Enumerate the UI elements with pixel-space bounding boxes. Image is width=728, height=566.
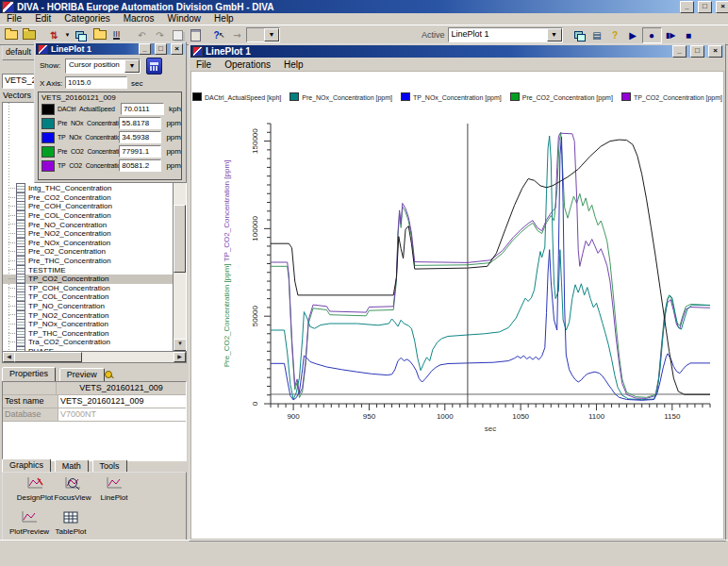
stop-icon[interactable]: ■ [680, 27, 698, 43]
tree-item[interactable]: Pre_COL_Concentration [3, 211, 186, 221]
xaxis-input[interactable] [65, 76, 127, 89]
main-titlebar[interactable]: DIVA - HORIBA Europe Automation Division… [0, 0, 728, 13]
plot-close-button[interactable]: × [708, 45, 722, 58]
cw-minimize-button[interactable]: _ [139, 43, 151, 55]
cursor-row-value[interactable]: 77991.1 [119, 145, 161, 158]
cw-maximize-button[interactable]: □ [155, 43, 167, 55]
plot-maximize-button[interactable]: □ [690, 45, 704, 58]
tool-focusview[interactable]: FocusView [52, 476, 93, 502]
vscroll-thumb[interactable] [174, 205, 186, 273]
close-button[interactable]: × [716, 1, 728, 13]
prop-value[interactable]: VETS_20160121_009 [58, 395, 186, 408]
windows-icon[interactable] [72, 27, 90, 43]
step-icon[interactable]: ▮▶ [662, 27, 680, 43]
tree-item[interactable]: Pre_NO2_Concentration [3, 229, 186, 239]
cursor-row-value[interactable]: 70.0111 [121, 103, 164, 115]
menu-item-edit[interactable]: Edit [28, 12, 58, 25]
tree-item[interactable]: TP_NO_Concentration [3, 302, 186, 311]
menu-item-help[interactable]: Help [207, 12, 240, 25]
tab-preview[interactable]: Preview [59, 368, 105, 382]
tool-plotpreview[interactable]: PlotPreview [8, 510, 50, 536]
tree-item[interactable]: Pre_COH_Concentration [3, 202, 186, 211]
help-pointer-icon[interactable]: ?↖ [210, 27, 228, 43]
tree-item[interactable]: Pre_O2_Concentration [3, 247, 186, 257]
prop-label: Database [3, 408, 58, 421]
play-icon[interactable]: ▶ [624, 27, 642, 43]
copy-icon[interactable] [169, 27, 187, 43]
undo-icon[interactable]: ↶ [133, 27, 151, 43]
key-icon[interactable]: ? [606, 27, 624, 43]
tree-item-label: Pre_O2_Concentration [28, 247, 106, 256]
cursor-row-value[interactable]: 80581.2 [119, 159, 161, 172]
folder-up-icon[interactable]: ↑ [90, 27, 108, 43]
tree-item[interactable]: TESTTIME [3, 265, 186, 275]
tile-windows-icon[interactable]: ▤ [588, 27, 606, 43]
cursor-row-value[interactable]: 55.8178 [119, 117, 161, 129]
tree-item[interactable]: Pre_THC_Concentration [3, 257, 186, 266]
menu-item-macros[interactable]: Macros [117, 12, 161, 25]
chart-svg[interactable]: 9009501000105011001150sec050000100000150… [191, 72, 721, 538]
tool-designplot[interactable]: DesignPlot [14, 476, 56, 502]
tree-item[interactable]: Pre_CO2_Concentration [3, 193, 186, 203]
tool-label: TablePlot [50, 527, 91, 536]
menu-item-window[interactable]: Window [161, 12, 208, 25]
cursor-window-titlebar[interactable]: LinePlot 1 _ □ × [36, 43, 185, 55]
tool-label: FocusView [52, 493, 93, 502]
open-icon[interactable] [2, 27, 20, 43]
import-icon[interactable] [20, 27, 38, 43]
refresh-icon[interactable]: ⇅ [45, 27, 63, 43]
tree-hscrollbar[interactable]: ◀ ▶ [2, 351, 187, 363]
series-color-swatch [41, 132, 55, 143]
show-select[interactable]: Cursor position ▼ [65, 58, 141, 74]
plot-menu-item-file[interactable]: File [190, 58, 218, 72]
run-icon[interactable]: ⇝ [228, 27, 246, 43]
diva-application: DIVA - HORIBA Europe Automation Division… [0, 0, 728, 566]
tree-item[interactable]: TP_THC_Concentration [3, 329, 186, 339]
calculator-icon[interactable] [146, 58, 162, 75]
tree-item[interactable]: TP_CO2_Concentration [3, 275, 186, 284]
tool-lineplot[interactable]: LinePlot [93, 476, 135, 502]
graphics-palette: DesignPlotFocusViewLinePlotPlotPreviewTa… [2, 472, 187, 541]
tool-tableplot[interactable]: TablePlot [50, 510, 91, 536]
tree-item[interactable]: Pre_NOx_Concentration [3, 239, 186, 248]
default-tab[interactable]: default [2, 45, 35, 60]
cursor-test-header: VETS_20160121_009 [39, 92, 181, 102]
tab-properties[interactable]: Properties [2, 367, 56, 382]
series-color-swatch [41, 160, 55, 172]
tree-item[interactable]: Tra_CO2_Concentration [3, 338, 186, 347]
cascade-windows-icon[interactable] [571, 27, 588, 43]
plot-titlebar[interactable]: LinePlot 1 _ □ × [190, 45, 724, 58]
tree-item[interactable]: TP_NOx_Concentration [3, 320, 186, 329]
plot-menu-item-help[interactable]: Help [277, 58, 310, 72]
cw-close-button[interactable]: × [171, 43, 183, 55]
tree-item[interactable]: TP_COH_Concentration [3, 284, 186, 293]
paste-icon[interactable] [187, 27, 205, 43]
zoom-combobox[interactable]: ▼ [246, 27, 280, 42]
scroll-down-icon[interactable]: ▼ [174, 339, 187, 351]
chevron-down-icon[interactable]: ▼ [124, 59, 140, 73]
active-combobox[interactable]: LinePlot 1 ▼ [448, 27, 563, 42]
tree-item[interactable]: Pre_NO_Concentration [3, 220, 186, 229]
menu-item-categories[interactable]: Categories [58, 12, 116, 25]
maximize-button[interactable]: □ [698, 1, 712, 13]
hscroll-thumb[interactable] [14, 352, 82, 362]
redo-icon[interactable]: ↷ [151, 27, 169, 43]
plot-minimize-button[interactable]: _ [672, 45, 687, 58]
tree-item[interactable]: Intg_THC_Concentration [3, 184, 186, 193]
tree-item[interactable]: TP_NO2_Concentration [3, 310, 186, 320]
test-name-field[interactable]: VETS_20 [2, 74, 37, 89]
chevron-down-icon[interactable]: ▼ [547, 28, 562, 42]
record-icon[interactable]: ● [642, 27, 662, 43]
chevron-down-icon[interactable]: ▼ [264, 28, 279, 42]
properties-grid: VETS_20160121_009 Test name VETS_2016012… [2, 381, 187, 461]
table-icon[interactable]: III [108, 27, 125, 43]
refresh-drop-icon[interactable]: ▼ [63, 27, 72, 43]
tree-item[interactable]: TP_COL_Concentration [3, 292, 186, 302]
plot-menu-item-operations[interactable]: Operations [218, 58, 277, 72]
focus-plot-icon [63, 476, 82, 491]
minimize-button[interactable]: _ [680, 1, 694, 13]
scroll-right-icon[interactable]: ▶ [174, 352, 186, 362]
cursor-row-value[interactable]: 34.5938 [119, 131, 161, 143]
design-plot-icon [25, 476, 44, 491]
menu-item-file[interactable]: File [0, 12, 28, 25]
